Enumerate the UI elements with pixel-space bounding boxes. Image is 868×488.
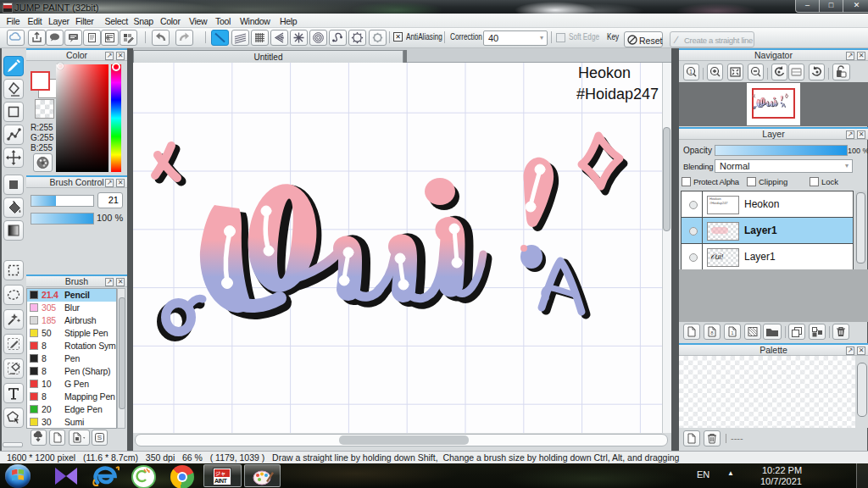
svg-text:#Hoidap247: #Hoidap247 — [576, 86, 659, 103]
svg-text:Heokon: Heokon — [578, 64, 631, 81]
svg-text:1: 1 — [689, 69, 693, 75]
svg-text:S: S — [97, 434, 102, 441]
